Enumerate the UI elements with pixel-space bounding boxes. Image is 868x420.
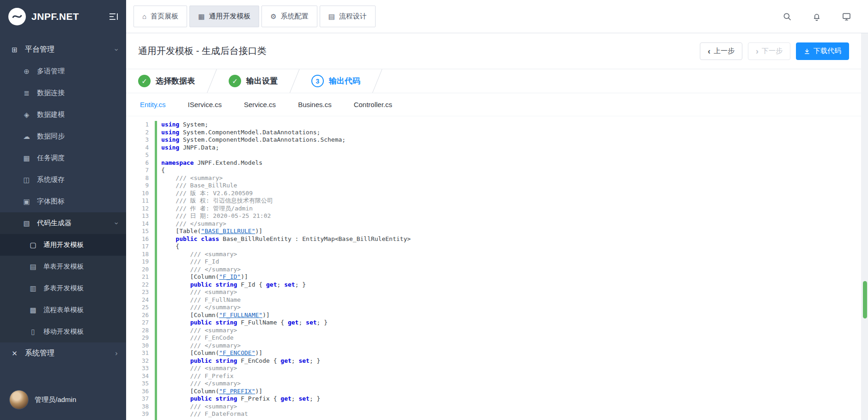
code-line: /// <summary> (161, 403, 861, 411)
notifications-bell-icon[interactable] (812, 12, 821, 21)
code-line: { (161, 243, 861, 251)
next-step-label: 下一步 (762, 47, 783, 55)
sidebar-item-code-generator[interactable]: ▧代码生成器› (0, 212, 126, 234)
line-number: 11 (126, 197, 149, 205)
line-number: 3 (126, 136, 149, 144)
wizard-step[interactable]: 3输出代码 (311, 75, 377, 87)
scrollbar-thumb[interactable] (863, 281, 867, 318)
system-cache-icon: ◫ (22, 176, 31, 184)
line-number: 8 (126, 174, 149, 182)
line-number: 34 (126, 372, 149, 380)
search-icon[interactable] (783, 12, 792, 21)
code-line: public string F_Id { get; set; } (161, 281, 861, 289)
line-number: 25 (126, 304, 149, 312)
brand-name: JNPF.NET (31, 11, 79, 22)
sidebar-item-data-modeling[interactable]: ◈数据建模 (0, 104, 126, 126)
code-tab-service-cs[interactable]: Service.cs (244, 101, 276, 108)
sidebar-item-font-icons[interactable]: ▣字体图标 (0, 191, 126, 212)
font-icons-icon: ▣ (22, 198, 31, 206)
line-number: 28 (126, 327, 149, 335)
code-line: namespace JNPF.Extend.Models (161, 159, 861, 167)
code-file-tabs: Entity.csIService.csService.csBusines.cs… (126, 93, 861, 116)
wizard-step-label: 输出设置 (246, 76, 278, 86)
user-profile[interactable]: 管理员/admin (0, 379, 126, 420)
messages-icon[interactable] (842, 12, 851, 21)
sidebar-item-general-dev-template[interactable]: ▢通用开发模板 (0, 234, 126, 256)
code-line: public string F_EnCode { get; set; } (161, 357, 861, 365)
line-number: 38 (126, 403, 149, 411)
code-line: /// 作 者: 管理员/admin (161, 205, 861, 213)
line-number: 16 (126, 235, 149, 243)
line-number: 19 (126, 258, 149, 266)
code-line: /// 版 权: 引迈信息技术有限公司 (161, 197, 861, 205)
prev-step-button[interactable]: ‹ 上一步 (700, 42, 742, 60)
topbar: ⌂首页展板▦通用开发模板⚙系统配置▤流程设计 (126, 0, 868, 33)
sidebar-item-multi-table-template[interactable]: ▥多表开发模板 (0, 277, 126, 299)
line-number: 9 (126, 182, 149, 190)
code-line: /// </summary> (161, 304, 861, 312)
code-tab-iservice-cs[interactable]: IService.cs (188, 101, 222, 108)
code-tab-controller-cs[interactable]: Controller.cs (354, 101, 392, 108)
page-tab-system-config[interactable]: ⚙系统配置 (261, 6, 317, 27)
sidebar-item-label: 通用开发模板 (43, 240, 84, 249)
sidebar-item-flow-form-template[interactable]: ▩流程表单模板 (0, 299, 126, 321)
sidebar-item-platform-management[interactable]: ⊞平台管理› (0, 39, 126, 60)
code-line: /// <summary> (161, 327, 861, 335)
line-number-gutter: 1234567891011121314151617181920212223242… (126, 121, 155, 420)
next-step-button[interactable]: › 下一步 (748, 42, 790, 60)
code-line (161, 151, 861, 159)
line-number: 31 (126, 349, 149, 357)
download-code-button[interactable]: 下载代码 (796, 42, 849, 60)
code-line: /// </summary> (161, 342, 861, 350)
task-scheduler-icon: ▦ (22, 154, 31, 162)
code-line: /// F_Prefix (161, 372, 861, 380)
code-tab-busines-cs[interactable]: Busines.cs (298, 101, 332, 108)
wizard-step[interactable]: ✓输出设置 (229, 75, 294, 87)
sidebar-item-data-sync[interactable]: ☁数据同步 (0, 126, 126, 147)
code-generator-icon: ▧ (22, 219, 31, 228)
sidebar-item-multi-language[interactable]: ⊕多语管理 (0, 60, 126, 82)
sidebar-item-mobile-dev-template[interactable]: ▯移动开发模板 (0, 321, 126, 342)
sidebar-item-label: 多语管理 (37, 67, 65, 76)
line-number: 21 (126, 273, 149, 281)
line-number: 6 (126, 159, 149, 167)
chevron-down-icon: › (112, 48, 121, 51)
line-number: 39 (126, 410, 149, 418)
line-number: 4 (126, 144, 149, 152)
page-tab-general-dev-template[interactable]: ▦通用开发模板 (189, 6, 259, 27)
code-editor[interactable]: 1234567891011121314151617181920212223242… (126, 116, 861, 420)
code-line: /// F_DateFormat (161, 410, 861, 418)
code-line: using System; (161, 121, 861, 129)
general-dev-template-tab-icon: ▦ (198, 12, 205, 21)
code-tab-entity-cs[interactable]: Entity.cs (140, 101, 166, 108)
line-number: 2 (126, 129, 149, 137)
page-tab-home-dashboard[interactable]: ⌂首页展板 (134, 6, 187, 27)
code-line: /// <summary> (161, 251, 861, 258)
line-number: 27 (126, 319, 149, 327)
sidebar-item-task-scheduler[interactable]: ▦任务调度 (0, 147, 126, 169)
line-number: 18 (126, 251, 149, 258)
page-scrollbar[interactable] (863, 34, 867, 420)
line-number: 15 (126, 228, 149, 235)
main-area: ⌂首页展板▦通用开发模板⚙系统配置▤流程设计 通用开发模板 - 生成后台接口类 (126, 0, 868, 420)
line-number: 24 (126, 296, 149, 304)
code-line: public string F_Prefix { get; set; } (161, 395, 861, 403)
avatar (9, 390, 29, 409)
sidebar-item-label: 代码生成器 (37, 219, 72, 228)
wizard-step-label: 选择数据表 (156, 76, 195, 86)
collapse-sidebar-icon[interactable] (109, 12, 119, 21)
code-line: /// F_Id (161, 258, 861, 266)
sidebar-item-system-cache[interactable]: ◫系统缓存 (0, 169, 126, 191)
sidebar-item-system-management[interactable]: ✕系统管理› (0, 342, 126, 364)
sidebar-item-single-table-template[interactable]: ▤单表开发模板 (0, 256, 126, 277)
code-line: /// F_EnCode (161, 334, 861, 342)
system-management-icon: ✕ (10, 349, 19, 358)
wizard-step[interactable]: ✓选择数据表 (138, 75, 212, 87)
line-number: 7 (126, 167, 149, 174)
flow-form-template-icon: ▩ (29, 306, 37, 314)
line-number: 35 (126, 380, 149, 388)
sidebar-item-data-connection[interactable]: ≣数据连接 (0, 82, 126, 104)
download-code-label: 下载代码 (813, 47, 841, 55)
page-tab-flow-design[interactable]: ▤流程设计 (320, 6, 376, 27)
mobile-dev-template-icon: ▯ (29, 328, 37, 336)
